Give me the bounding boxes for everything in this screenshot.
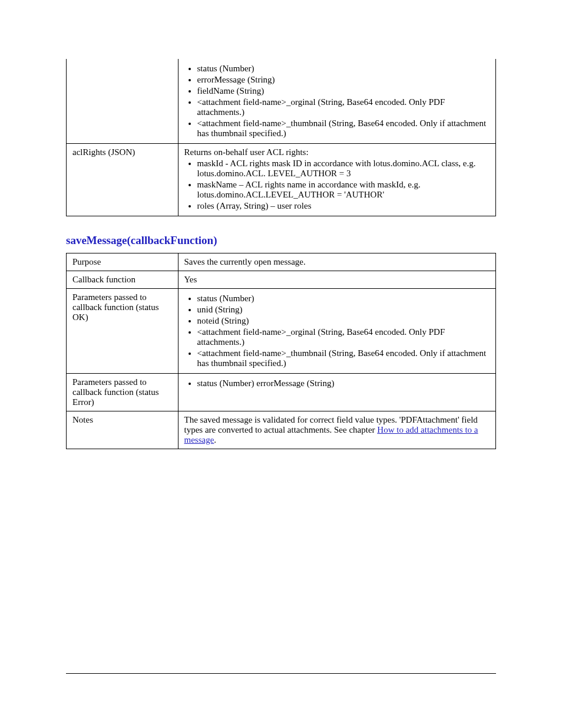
table-row: Purpose Saves the currently open message… (67, 253, 496, 271)
row-value-cell: The saved message is validated for corre… (178, 411, 495, 449)
list-item: <attachment field-name>_orginal (String,… (197, 327, 490, 347)
bullet-list: status (Number) errorMessage (String) (184, 378, 490, 388)
list-item: status (Number) (197, 294, 490, 304)
list-item: <attachment field-name>_thumbnail (Strin… (197, 118, 490, 139)
table-row: Parameters passed to callback function (… (67, 289, 496, 374)
list-item: errorMessage (String) (197, 75, 490, 85)
list-item: unid (String) (197, 305, 490, 315)
table-row: Parameters passed to callback function (… (67, 374, 496, 411)
bullet-list: status (Number) unid (String) noteid (St… (184, 294, 490, 368)
row-value-cell: status (Number) errorMessage (String) fi… (178, 59, 495, 144)
row-label-cell (67, 59, 178, 144)
row-value-cell: Yes (178, 271, 495, 289)
row-label-cell: Purpose (67, 253, 178, 271)
list-item: noteid (String) (197, 316, 490, 326)
api-table-continued: status (Number) errorMessage (String) fi… (66, 59, 496, 216)
notes-text-post: . (214, 435, 216, 444)
list-item: roles (Array, String) – user roles (197, 201, 490, 211)
list-item: maskName – ACL rights name in accordance… (197, 180, 490, 200)
row-label-cell: Parameters passed to callback function (… (67, 289, 178, 374)
table-row: status (Number) errorMessage (String) fi… (67, 59, 496, 144)
list-item: status (Number) (197, 64, 490, 74)
list-item: <attachment field-name>_thumbnail (Strin… (197, 348, 490, 368)
table-row: aclRights (JSON) Returns on-behalf user … (67, 144, 496, 216)
row-value-cell: status (Number) unid (String) noteid (St… (178, 289, 495, 374)
row-value-cell: Saves the currently open message. (178, 253, 495, 271)
bullet-list: status (Number) errorMessage (String) fi… (184, 64, 490, 139)
footer-divider (66, 673, 496, 674)
section-heading-savemessage: saveMessage(callbackFunction) (66, 234, 496, 247)
bullet-list: maskId - ACL rights mask ID in accordanc… (184, 159, 490, 211)
acl-intro: Returns on-behalf user ACL rights: (184, 147, 309, 157)
list-item: status (Number) errorMessage (String) (197, 378, 490, 388)
list-item: <attachment field-name>_orginal (String,… (197, 97, 490, 117)
table-row: Callback function Yes (67, 271, 496, 289)
api-table-savemessage: Purpose Saves the currently open message… (66, 253, 496, 449)
row-label-cell: aclRights (JSON) (67, 144, 178, 216)
row-value-cell: Returns on-behalf user ACL rights: maskI… (178, 144, 495, 216)
list-item: maskId - ACL rights mask ID in accordanc… (197, 159, 490, 179)
table-row: Notes The saved message is validated for… (67, 411, 496, 449)
row-label-cell: Callback function (67, 271, 178, 289)
row-value-cell: status (Number) errorMessage (String) (178, 374, 495, 411)
row-label-cell: Notes (67, 411, 178, 449)
list-item: fieldName (String) (197, 86, 490, 96)
row-label-cell: Parameters passed to callback function (… (67, 374, 178, 411)
